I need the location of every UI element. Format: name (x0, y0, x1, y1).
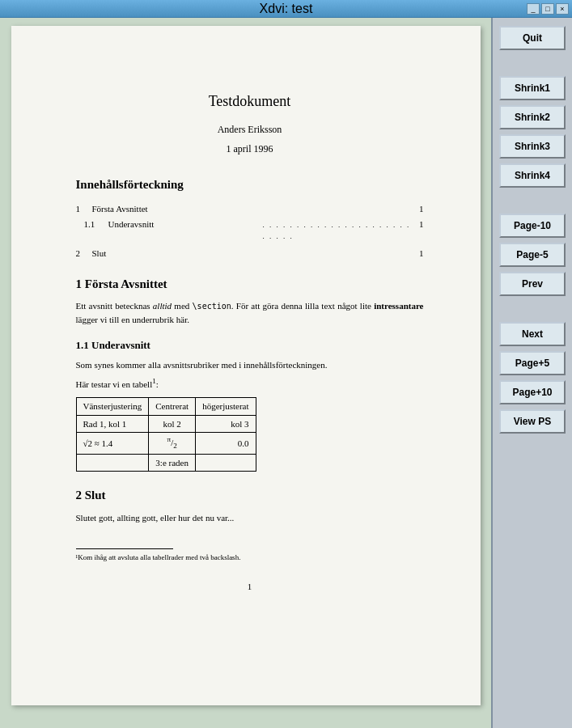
document-date: 1 april 1996 (76, 142, 424, 156)
table-cell (196, 454, 256, 472)
document-title: Testdokument (76, 91, 424, 112)
table-cell: kol 2 (149, 415, 196, 433)
toc-label-1-1: Underavsnitt (108, 218, 261, 231)
section2-paragraph: Slutet gott, allting gott, eller hur det… (76, 511, 424, 525)
view-ps-button[interactable]: View PS (499, 409, 566, 434)
table-cell: 0.0 (196, 433, 256, 455)
table-row: Rad 1, kol 1 kol 2 kol 3 (76, 415, 256, 433)
table-cell: π/2 (149, 433, 196, 455)
footnote-text: ¹Kom ihåg att avsluta alla tabellrader m… (76, 552, 424, 564)
page-plus5-button[interactable]: Page+5 (499, 351, 566, 375)
toc-entry-1: 1 Första Avsnittet 1 (76, 202, 424, 216)
page-number: 1 (76, 580, 424, 594)
page-minus10-button[interactable]: Page-10 (499, 214, 566, 238)
table-header-3: högerjusterat (196, 398, 256, 416)
footnote-separator (76, 548, 173, 549)
prev-button[interactable]: Prev (499, 272, 566, 296)
shrink2-button[interactable]: Shrink2 (499, 105, 566, 129)
table-row: 3:e raden (76, 454, 256, 472)
toc-entry-2: 2 Slut 1 (76, 247, 424, 260)
toc-label-1: Första Avsnittet (92, 202, 254, 216)
table-cell: kol 3 (196, 415, 256, 433)
quit-button[interactable]: Quit (499, 26, 566, 50)
section1-heading: 1 Första Avsnittet (76, 275, 424, 294)
next-button[interactable]: Next (499, 322, 566, 346)
toc-label-2: Slut (92, 247, 254, 260)
section2-heading: 2 Slut (76, 486, 424, 505)
shrink3-button[interactable]: Shrink3 (499, 134, 566, 159)
minimize-button[interactable]: _ (527, 3, 540, 15)
shrink4-button[interactable]: Shrink4 (499, 163, 566, 188)
section1-paragraph: Ett avsnitt betecknas alltid med \sectio… (76, 299, 424, 326)
toc-entry-1-1: 1.1 Underavsnitt . . . . . . . . . . . .… (76, 218, 424, 243)
table-row: √2 ≈ 1.4 π/2 0.0 (76, 433, 256, 455)
page-plus10-button[interactable]: Page+10 (499, 380, 566, 404)
maximize-button[interactable]: □ (541, 3, 554, 15)
table-header-2: Centrerat (149, 398, 196, 416)
table-cell: √2 ≈ 1.4 (76, 433, 149, 455)
document-page: Testdokument Anders Eriksson 1 april 199… (11, 26, 481, 705)
table-cell: 3:e raden (149, 454, 196, 472)
toc-num-1-1: 1.1 (84, 218, 108, 231)
table-header-1: Vänsterjustering (76, 398, 149, 416)
toc-page-1: 1 (416, 202, 424, 216)
shrink1-button[interactable]: Shrink1 (499, 76, 566, 100)
subsection1-para2: Här testar vi en tabell1: (76, 376, 424, 391)
toc-page-2: 1 (416, 247, 424, 260)
sidebar: Quit Shrink1 Shrink2 Shrink3 Shrink4 Pag… (491, 18, 572, 728)
toc-num-1: 1 (76, 202, 92, 216)
toc-page-1-1: 1 (416, 218, 424, 231)
toc-heading: Innehållsförteckning (76, 176, 424, 194)
subsection1-para1: Som synes kommer alla avsnittsrubriker m… (76, 358, 424, 372)
data-table: Vänsterjustering Centrerat högerjusterat… (76, 397, 256, 472)
title-bar: Xdvi: test _ □ × (0, 0, 572, 18)
table-cell (76, 454, 149, 472)
document-author: Anders Eriksson (76, 122, 424, 137)
main-container: Testdokument Anders Eriksson 1 april 199… (0, 18, 572, 728)
page-minus5-button[interactable]: Page-5 (499, 243, 566, 267)
document-area: Testdokument Anders Eriksson 1 april 199… (0, 18, 491, 728)
toc-num-2: 2 (76, 247, 92, 260)
table-cell: Rad 1, kol 1 (76, 415, 149, 433)
window-controls[interactable]: _ □ × (527, 3, 569, 15)
close-button[interactable]: × (556, 3, 569, 15)
subsection1-heading: 1.1 Underavsnitt (76, 337, 424, 353)
window-title: Xdvi: test (260, 2, 313, 16)
